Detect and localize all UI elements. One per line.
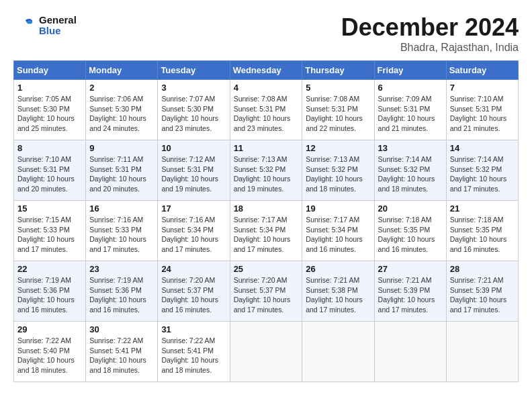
day-number: 8 (17, 143, 82, 153)
table-row: 20Sunrise: 7:18 AM Sunset: 5:35 PM Dayli… (374, 201, 446, 261)
day-info: Sunrise: 7:09 AM Sunset: 5:31 PM Dayligh… (378, 94, 443, 134)
day-number: 14 (450, 143, 515, 153)
table-row: 30Sunrise: 7:22 AM Sunset: 5:41 PM Dayli… (86, 322, 158, 382)
header-thursday: Thursday (302, 61, 374, 80)
calendar-week-4: 22Sunrise: 7:19 AM Sunset: 5:36 PM Dayli… (14, 261, 519, 322)
day-number: 15 (17, 203, 82, 214)
table-row: 16Sunrise: 7:16 AM Sunset: 5:33 PM Dayli… (86, 201, 158, 261)
table-row: 15Sunrise: 7:15 AM Sunset: 5:33 PM Dayli… (14, 201, 86, 261)
day-info: Sunrise: 7:13 AM Sunset: 5:32 PM Dayligh… (234, 154, 299, 194)
day-number: 24 (161, 264, 226, 274)
day-number: 30 (89, 324, 154, 334)
logo-line2: Blue (39, 26, 77, 37)
table-row: 21Sunrise: 7:18 AM Sunset: 5:35 PM Dayli… (446, 201, 518, 261)
day-number: 22 (17, 264, 82, 274)
day-info: Sunrise: 7:21 AM Sunset: 5:39 PM Dayligh… (450, 275, 515, 315)
day-number: 3 (161, 83, 226, 93)
day-number: 5 (306, 83, 370, 93)
calendar-week-5: 29Sunrise: 7:22 AM Sunset: 5:40 PM Dayli… (14, 322, 519, 382)
header-friday: Friday (374, 61, 446, 80)
table-row: 10Sunrise: 7:12 AM Sunset: 5:31 PM Dayli… (158, 140, 230, 201)
day-info: Sunrise: 7:21 AM Sunset: 5:39 PM Dayligh… (378, 275, 443, 315)
table-row (302, 322, 374, 382)
day-info: Sunrise: 7:18 AM Sunset: 5:35 PM Dayligh… (378, 215, 443, 255)
day-info: Sunrise: 7:10 AM Sunset: 5:31 PM Dayligh… (17, 154, 82, 194)
day-number: 11 (234, 143, 299, 153)
day-number: 26 (306, 264, 370, 274)
day-info: Sunrise: 7:18 AM Sunset: 5:35 PM Dayligh… (450, 215, 515, 255)
location: Bhadra, Rajasthan, India (341, 42, 519, 54)
day-info: Sunrise: 7:07 AM Sunset: 5:30 PM Dayligh… (161, 94, 226, 134)
day-number: 12 (306, 143, 370, 153)
table-row: 7Sunrise: 7:10 AM Sunset: 5:31 PM Daylig… (446, 80, 518, 140)
day-info: Sunrise: 7:20 AM Sunset: 5:37 PM Dayligh… (161, 275, 226, 315)
calendar-table: Sunday Monday Tuesday Wednesday Thursday… (13, 60, 519, 382)
calendar-week-1: 1Sunrise: 7:05 AM Sunset: 5:30 PM Daylig… (14, 80, 519, 140)
day-number: 25 (234, 264, 299, 274)
header-sunday: Sunday (14, 61, 86, 80)
page-header: General Blue December 2024 Bhadra, Rajas… (13, 13, 519, 54)
day-number: 17 (161, 203, 226, 214)
day-number: 18 (234, 203, 299, 214)
day-number: 20 (378, 203, 443, 214)
day-info: Sunrise: 7:19 AM Sunset: 5:36 PM Dayligh… (89, 275, 154, 315)
table-row: 11Sunrise: 7:13 AM Sunset: 5:32 PM Dayli… (230, 140, 302, 201)
day-number: 16 (89, 203, 154, 214)
table-row: 26Sunrise: 7:21 AM Sunset: 5:38 PM Dayli… (302, 261, 374, 322)
day-number: 27 (378, 264, 443, 274)
table-row (374, 322, 446, 382)
table-row: 14Sunrise: 7:14 AM Sunset: 5:32 PM Dayli… (446, 140, 518, 201)
day-number: 9 (89, 143, 154, 153)
table-row: 1Sunrise: 7:05 AM Sunset: 5:30 PM Daylig… (14, 80, 86, 140)
logo-bird-icon (13, 13, 38, 38)
header-tuesday: Tuesday (158, 61, 230, 80)
day-number: 29 (17, 324, 82, 334)
day-number: 23 (89, 264, 154, 274)
month-title: December 2024 (341, 13, 519, 42)
title-block: December 2024 Bhadra, Rajasthan, India (341, 13, 519, 54)
day-number: 13 (378, 143, 443, 153)
day-info: Sunrise: 7:15 AM Sunset: 5:33 PM Dayligh… (17, 215, 82, 255)
table-row (230, 322, 302, 382)
day-info: Sunrise: 7:21 AM Sunset: 5:38 PM Dayligh… (306, 275, 370, 315)
table-row: 31Sunrise: 7:22 AM Sunset: 5:41 PM Dayli… (158, 322, 230, 382)
day-number: 21 (450, 203, 515, 214)
day-number: 10 (161, 143, 226, 153)
day-info: Sunrise: 7:16 AM Sunset: 5:33 PM Dayligh… (89, 215, 154, 255)
day-info: Sunrise: 7:22 AM Sunset: 5:41 PM Dayligh… (89, 336, 154, 375)
day-info: Sunrise: 7:17 AM Sunset: 5:34 PM Dayligh… (306, 215, 370, 255)
table-row: 29Sunrise: 7:22 AM Sunset: 5:40 PM Dayli… (14, 322, 86, 382)
day-info: Sunrise: 7:14 AM Sunset: 5:32 PM Dayligh… (450, 154, 515, 194)
table-row: 27Sunrise: 7:21 AM Sunset: 5:39 PM Dayli… (374, 261, 446, 322)
table-row (446, 322, 518, 382)
day-info: Sunrise: 7:08 AM Sunset: 5:31 PM Dayligh… (234, 94, 299, 134)
table-row: 18Sunrise: 7:17 AM Sunset: 5:34 PM Dayli… (230, 201, 302, 261)
table-row: 3Sunrise: 7:07 AM Sunset: 5:30 PM Daylig… (158, 80, 230, 140)
day-info: Sunrise: 7:22 AM Sunset: 5:41 PM Dayligh… (161, 336, 226, 375)
calendar-week-3: 15Sunrise: 7:15 AM Sunset: 5:33 PM Dayli… (14, 201, 519, 261)
day-info: Sunrise: 7:13 AM Sunset: 5:32 PM Dayligh… (306, 154, 370, 194)
day-number: 4 (234, 83, 299, 93)
calendar-header-row: Sunday Monday Tuesday Wednesday Thursday… (14, 61, 519, 80)
day-info: Sunrise: 7:06 AM Sunset: 5:30 PM Dayligh… (89, 94, 154, 134)
calendar-week-2: 8Sunrise: 7:10 AM Sunset: 5:31 PM Daylig… (14, 140, 519, 201)
table-row: 13Sunrise: 7:14 AM Sunset: 5:32 PM Dayli… (374, 140, 446, 201)
day-info: Sunrise: 7:22 AM Sunset: 5:40 PM Dayligh… (17, 336, 82, 375)
day-info: Sunrise: 7:08 AM Sunset: 5:31 PM Dayligh… (306, 94, 370, 134)
day-number: 1 (17, 83, 82, 93)
table-row: 22Sunrise: 7:19 AM Sunset: 5:36 PM Dayli… (14, 261, 86, 322)
day-info: Sunrise: 7:16 AM Sunset: 5:34 PM Dayligh… (161, 215, 226, 255)
day-info: Sunrise: 7:11 AM Sunset: 5:31 PM Dayligh… (89, 154, 154, 194)
table-row: 19Sunrise: 7:17 AM Sunset: 5:34 PM Dayli… (302, 201, 374, 261)
header-monday: Monday (86, 61, 158, 80)
table-row: 4Sunrise: 7:08 AM Sunset: 5:31 PM Daylig… (230, 80, 302, 140)
table-row: 28Sunrise: 7:21 AM Sunset: 5:39 PM Dayli… (446, 261, 518, 322)
day-number: 31 (161, 324, 226, 334)
day-number: 28 (450, 264, 515, 274)
table-row: 17Sunrise: 7:16 AM Sunset: 5:34 PM Dayli… (158, 201, 230, 261)
header-wednesday: Wednesday (230, 61, 302, 80)
day-info: Sunrise: 7:12 AM Sunset: 5:31 PM Dayligh… (161, 154, 226, 194)
day-number: 2 (89, 83, 154, 93)
day-number: 7 (450, 83, 515, 93)
day-number: 19 (306, 203, 370, 214)
